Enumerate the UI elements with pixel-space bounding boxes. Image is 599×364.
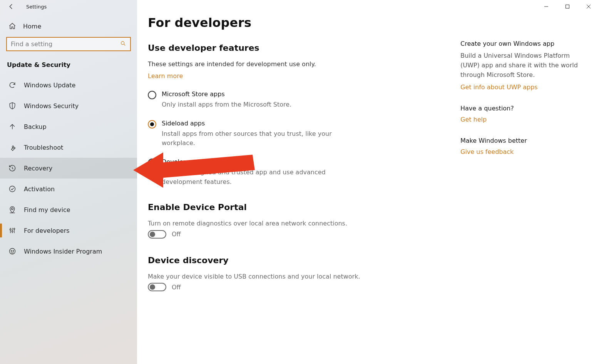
radio-indicator: [148, 120, 156, 129]
feedback-section: Make Windows better Give us feedback: [460, 137, 584, 155]
sidebar-item-backup[interactable]: Backup: [0, 116, 137, 137]
category-label: Update & Security: [0, 59, 137, 75]
search-wrap: [0, 37, 137, 59]
device-portal-toggle[interactable]: [148, 230, 166, 239]
nav-list: Windows UpdateWindows SecurityBackupTrou…: [0, 75, 137, 262]
create-app-head: Create your own Windows app: [460, 40, 584, 47]
sidebar-item-label: For developers: [24, 227, 70, 234]
settings-window: Settings Home Update & Security Windows …: [0, 0, 599, 364]
device-portal-heading: Enable Device Portal: [148, 202, 445, 212]
arrow-left-icon: [8, 3, 15, 10]
sliders-icon: [8, 227, 16, 234]
sidebar-item-windows-insider-program[interactable]: Windows Insider Program: [0, 241, 137, 262]
minimize-button[interactable]: [535, 0, 557, 13]
check-circle-icon: [8, 185, 16, 193]
back-button[interactable]: [5, 0, 18, 13]
device-discovery-toggle-label: Off: [172, 284, 181, 291]
close-button[interactable]: [578, 0, 599, 13]
search-input[interactable]: [11, 40, 120, 48]
radio-indicator: [148, 159, 156, 167]
svg-point-5: [13, 228, 15, 229]
sidebar-item-recovery[interactable]: Recovery: [0, 158, 137, 179]
device-portal-toggle-label: Off: [172, 230, 181, 238]
home-label: Home: [23, 23, 41, 30]
titlebar: Settings: [0, 0, 137, 13]
radio-sideload-apps[interactable]: Sideload appsInstall apps from other sou…: [148, 120, 363, 149]
svg-point-8: [13, 250, 13, 251]
create-app-section: Create your own Windows app Build a Univ…: [460, 40, 584, 91]
svg-point-7: [11, 250, 12, 251]
history-icon: [8, 164, 16, 172]
sidebar-item-for-developers[interactable]: For developers: [0, 220, 137, 241]
radio-desc: Install apps from other sources that you…: [162, 129, 363, 149]
sidebar-item-windows-security[interactable]: Windows Security: [0, 95, 137, 116]
sidebar-item-label: Find my device: [24, 206, 70, 214]
sidebar-item-label: Windows Update: [24, 82, 75, 89]
svg-point-4: [12, 231, 13, 232]
sidebar-item-label: Windows Security: [24, 102, 79, 110]
svg-rect-9: [566, 5, 569, 8]
get-help-link[interactable]: Get help: [460, 116, 487, 123]
wrench-icon: [8, 144, 16, 151]
arrow-up-icon: [8, 123, 16, 130]
sidebar-item-activation[interactable]: Activation: [0, 179, 137, 199]
shield-icon: [8, 102, 16, 110]
device-discovery-desc: Make your device visible to USB connecti…: [148, 272, 363, 282]
svg-point-0: [121, 41, 124, 44]
sidebar-item-find-my-device[interactable]: Find my device: [0, 199, 137, 220]
device-portal-desc: Turn on remote diagnostics over local ar…: [148, 219, 363, 229]
svg-point-1: [10, 186, 15, 192]
radio-developer-mode[interactable]: Developer modeInstall any signed and tru…: [148, 158, 363, 187]
feedback-head: Make Windows better: [460, 137, 584, 144]
side-panel: Create your own Windows app Build a Univ…: [460, 0, 599, 364]
home-icon: [8, 22, 16, 30]
radio-indicator: [148, 91, 156, 99]
create-app-body: Build a Universal Windows Platform (UWP)…: [460, 51, 584, 80]
location-icon: [8, 206, 16, 214]
maximize-button[interactable]: [557, 0, 578, 13]
sidebar-item-windows-update[interactable]: Windows Update: [0, 75, 137, 95]
radio-desc: Install any signed and trusted app and u…: [162, 168, 363, 187]
uwp-info-link[interactable]: Get info about UWP apps: [460, 83, 538, 91]
insider-icon: [8, 247, 16, 255]
sync-icon: [8, 81, 16, 89]
radio-title: Microsoft Store apps: [162, 90, 291, 98]
dev-mode-radio-group: Microsoft Store appsOnly install apps fr…: [148, 90, 363, 187]
content: For developers Use developer features Th…: [137, 0, 460, 364]
window-controls: [535, 0, 599, 13]
search-icon: [120, 40, 126, 48]
radio-title: Developer mode: [162, 158, 363, 165]
radio-title: Sideload apps: [162, 120, 363, 127]
sidebar: Settings Home Update & Security Windows …: [0, 0, 137, 364]
sidebar-item-label: Recovery: [24, 165, 52, 172]
question-section: Have a question? Get help: [460, 105, 584, 123]
dev-features-heading: Use developer features: [148, 43, 445, 53]
radio-microsoft-store-apps[interactable]: Microsoft Store appsOnly install apps fr…: [148, 90, 363, 110]
svg-point-3: [10, 229, 11, 230]
svg-point-2: [12, 208, 13, 210]
device-discovery-heading: Device discovery: [148, 255, 445, 265]
dev-features-desc: These settings are intended for developm…: [148, 60, 445, 69]
sidebar-item-label: Backup: [24, 123, 47, 130]
sidebar-item-troubleshoot[interactable]: Troubleshoot: [0, 137, 137, 158]
home-link[interactable]: Home: [0, 13, 137, 37]
app-title: Settings: [18, 4, 47, 10]
main: For developers Use developer features Th…: [137, 0, 599, 364]
sidebar-item-label: Activation: [24, 185, 55, 193]
sidebar-item-label: Troubleshoot: [24, 144, 63, 151]
feedback-link[interactable]: Give us feedback: [460, 148, 514, 155]
page-title: For developers: [148, 15, 445, 30]
question-head: Have a question?: [460, 105, 584, 112]
radio-desc: Only install apps from the Microsoft Sto…: [162, 100, 291, 110]
search-box[interactable]: [6, 37, 131, 51]
learn-more-link[interactable]: Learn more: [148, 72, 183, 80]
device-discovery-toggle[interactable]: [148, 283, 166, 291]
sidebar-item-label: Windows Insider Program: [24, 248, 102, 255]
